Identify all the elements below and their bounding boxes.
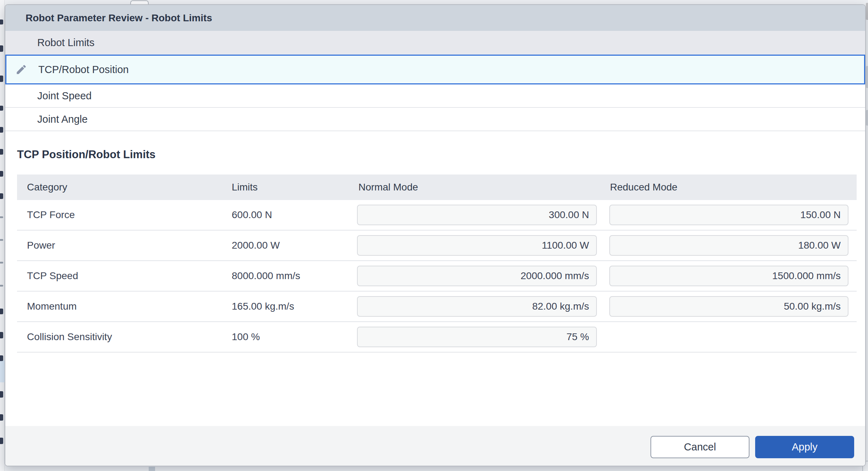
limit-cell: 100 % — [232, 331, 357, 343]
background-text-fragment — [0, 391, 3, 398]
background-text-fragment — [0, 355, 3, 361]
limit-cell: 2000.00 W — [232, 240, 357, 251]
category-cell: Collision Sensitivity — [17, 331, 232, 343]
nav-item-tcp-robot-position[interactable]: TCP/Robot Position — [5, 55, 865, 84]
normal-mode-input[interactable] — [357, 327, 597, 347]
nav-item-joint-speed[interactable]: Joint Speed — [5, 84, 865, 108]
reduced-mode-input[interactable] — [609, 205, 848, 225]
background-text-fragment — [0, 216, 3, 218]
reduced-mode-input[interactable] — [609, 266, 848, 286]
table-header-row: Category Limits Normal Mode Reduced Mode — [17, 174, 857, 200]
background-scrollbar-fragment — [866, 3, 868, 20]
column-header-normal-mode: Normal Mode — [357, 182, 609, 193]
category-cell: TCP Force — [17, 209, 232, 221]
nav-group-label: Robot Limits — [37, 37, 94, 49]
reduced-mode-input[interactable] — [609, 296, 848, 317]
category-cell: TCP Speed — [17, 270, 232, 282]
robot-parameter-review-dialog: Robot Parameter Review - Robot Limits Ro… — [5, 4, 866, 466]
background-text-fragment — [0, 414, 3, 421]
reduced-mode-input[interactable] — [609, 235, 848, 256]
nav-item-joint-angle[interactable]: Joint Angle — [5, 108, 865, 131]
background-scrollbar-fragment — [866, 110, 868, 126]
limit-cell: 600.00 N — [232, 209, 357, 221]
background-text-fragment — [0, 438, 3, 444]
column-header-limits: Limits — [232, 182, 357, 193]
limits-nav-list: Robot Limits TCP/Robot Position Joint Sp… — [5, 31, 865, 131]
limits-table: Category Limits Normal Mode Reduced Mode… — [17, 174, 857, 353]
column-header-category: Category — [17, 182, 232, 193]
dialog-title: Robot Parameter Review - Robot Limits — [26, 12, 212, 24]
background-text-fragment — [0, 332, 3, 338]
normal-mode-input[interactable] — [357, 266, 597, 286]
limit-cell: 8000.000 mm/s — [232, 270, 357, 282]
apply-button[interactable]: Apply — [755, 436, 854, 458]
dialog-titlebar: Robot Parameter Review - Robot Limits — [5, 5, 865, 31]
section-title: TCP Position/Robot Limits — [17, 148, 155, 161]
limit-cell: 165.00 kg.m/s — [232, 301, 357, 312]
background-selected-row-fragment — [0, 360, 5, 382]
background-scrollbar-fragment — [866, 66, 868, 88]
category-cell: Power — [17, 240, 232, 251]
background-text-fragment — [0, 149, 3, 155]
background-text-fragment — [0, 20, 3, 24]
table-row-tcp-speed: TCP Speed 8000.000 mm/s — [17, 261, 857, 292]
category-cell: Momentum — [17, 301, 232, 312]
table-row-power: Power 2000.00 W — [17, 231, 857, 261]
normal-mode-input[interactable] — [357, 296, 597, 317]
background-text-fragment — [0, 127, 3, 133]
background-text-fragment — [0, 262, 3, 264]
pencil-icon — [15, 63, 27, 76]
background-text-fragment — [0, 45, 3, 52]
normal-mode-input[interactable] — [357, 235, 597, 256]
background-text-fragment — [0, 106, 3, 111]
nav-item-label: Joint Angle — [37, 113, 88, 125]
background-text-fragment — [0, 76, 3, 82]
background-text-fragment — [0, 239, 3, 241]
nav-item-label: TCP/Robot Position — [38, 64, 129, 76]
background-text-fragment — [0, 285, 3, 287]
table-row-momentum: Momentum 165.00 kg.m/s — [17, 292, 857, 322]
background-text-fragment — [0, 309, 3, 314]
background-scrollbar-piece — [149, 467, 155, 471]
cancel-button[interactable]: Cancel — [650, 436, 749, 458]
dialog-footer: Cancel Apply — [5, 426, 865, 466]
nav-group-robot-limits: Robot Limits — [5, 31, 865, 55]
normal-mode-input[interactable] — [357, 205, 597, 225]
column-header-reduced-mode: Reduced Mode — [609, 182, 857, 193]
background-text-fragment — [0, 193, 3, 199]
nav-item-label: Joint Speed — [37, 90, 92, 102]
table-row-collision-sensitivity: Collision Sensitivity 100 % — [17, 322, 857, 353]
background-text-fragment — [0, 171, 3, 177]
background-window-left-sliver — [0, 0, 5, 471]
table-row-tcp-force: TCP Force 600.00 N — [17, 200, 857, 231]
